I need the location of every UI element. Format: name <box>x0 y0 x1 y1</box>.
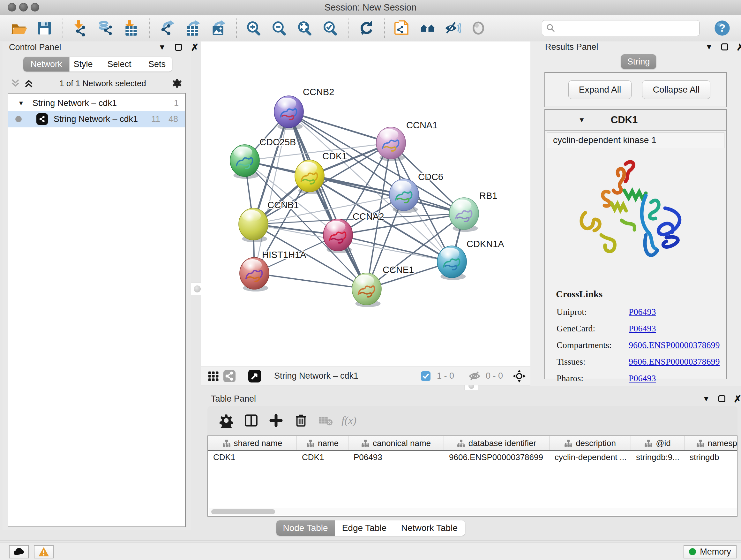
network-node-CDC25B[interactable]: CDC25B <box>230 137 296 179</box>
open-session-button[interactable] <box>9 18 29 38</box>
column-header-4[interactable]: database identifier <box>444 436 549 450</box>
network-node-CCNE1[interactable]: CCNE1 <box>352 265 414 307</box>
table-cell[interactable]: 9606.ENSP00000378699 <box>444 451 549 463</box>
column-header-7[interactable]: namespac <box>684 436 738 450</box>
selected-checkbox-icon[interactable] <box>418 369 434 383</box>
control-panel-title: Control Panel <box>9 43 61 52</box>
table-cell[interactable]: cyclin-dependent ... <box>549 451 631 463</box>
table-hscrollbar-thumb[interactable] <box>211 509 275 514</box>
network-node-CCNA1[interactable]: CCNA1 <box>376 120 437 161</box>
cloud-button[interactable] <box>9 545 29 558</box>
results-tab-string[interactable]: String <box>621 54 656 69</box>
import-network-database-button[interactable] <box>96 18 116 38</box>
tab-style[interactable]: Style <box>70 57 97 71</box>
expand-all-icon[interactable] <box>23 78 35 88</box>
tab-select[interactable]: Select <box>97 57 142 71</box>
network-edge-CCNA2-CDKN1A[interactable] <box>338 235 452 262</box>
table-columns-icon[interactable] <box>242 411 260 430</box>
show-graphics-level-button[interactable] <box>468 18 488 38</box>
panel-float-icon[interactable] <box>175 44 182 51</box>
table-cell[interactable]: P06493 <box>348 451 444 463</box>
network-edge-CCNB2-HIST1H1A[interactable] <box>254 112 289 273</box>
zoom-selected-button[interactable] <box>320 18 340 38</box>
column-header-6[interactable]: @id <box>631 436 684 450</box>
collapse-all-button[interactable]: Collapse All <box>642 80 711 99</box>
export-image-button[interactable] <box>208 18 228 38</box>
table-delete-row-icon[interactable] <box>292 411 310 430</box>
warning-button[interactable] <box>34 545 54 558</box>
network-canvas[interactable]: CCNB2 CCNA1 CDC25B CDK1 CDC6 RB1 CCNB1 <box>201 42 530 367</box>
results-close-icon[interactable]: ✗ <box>737 42 741 53</box>
column-header-1[interactable]: shared name <box>208 436 297 450</box>
save-session-button[interactable] <box>35 18 54 38</box>
string-home-button[interactable] <box>417 18 437 38</box>
network-node-count: 11 <box>151 114 160 124</box>
search-input[interactable] <box>556 21 699 35</box>
network-options-gear-icon[interactable] <box>171 77 183 89</box>
network-row-selected[interactable]: String Network – cdk1 11 48 <box>8 111 185 127</box>
crosslink-link[interactable]: P06493 <box>629 373 656 383</box>
memory-button[interactable]: Memory <box>684 545 737 558</box>
tab-network[interactable]: Network <box>23 57 70 71</box>
column-header-3[interactable]: canonical name <box>348 436 444 450</box>
table-float-icon[interactable] <box>718 395 725 402</box>
export-network-button[interactable] <box>157 18 177 38</box>
network-node-label-HIST1H1A: HIST1H1A <box>262 250 307 260</box>
collapse-all-icon[interactable] <box>10 78 21 88</box>
gene-collapse-caret-icon[interactable]: ▼ <box>578 116 585 124</box>
import-table-file-button[interactable] <box>121 18 141 38</box>
panel-close-icon[interactable]: ✗ <box>191 42 199 53</box>
panel-menu-caret-icon[interactable]: ▼ <box>158 43 166 52</box>
fit-crosshair-icon[interactable] <box>511 369 527 383</box>
share-view-icon[interactable] <box>221 369 238 383</box>
tab-network-table[interactable]: Network Table <box>394 520 465 536</box>
network-edge-HIST1H1A-CCNE1[interactable] <box>254 273 367 289</box>
help-button[interactable]: ? <box>712 18 732 38</box>
collection-count: 1 <box>174 98 179 108</box>
zoom-in-button[interactable] <box>244 18 264 38</box>
zoom-out-button[interactable] <box>269 18 289 38</box>
table-cell[interactable]: CDK1 <box>297 451 348 463</box>
node-table-row[interactable]: CDK1CDK1P064939606.ENSP00000378699cyclin… <box>208 451 738 463</box>
export-table-button[interactable] <box>183 18 202 38</box>
zoom-fit-button[interactable] <box>295 18 315 38</box>
network-node-HIST1H1A[interactable]: HIST1H1A <box>240 250 307 292</box>
results-float-icon[interactable] <box>721 44 728 51</box>
network-edge-CCNB2-CCNE1[interactable] <box>289 112 367 289</box>
network-edge-count: 48 <box>169 114 178 124</box>
table-close-icon[interactable]: ✗ <box>734 393 741 405</box>
crosslink-link[interactable]: P06493 <box>629 323 656 334</box>
network-node-label-CDKN1A: CDKN1A <box>467 239 504 249</box>
table-add-icon[interactable] <box>267 411 285 430</box>
network-collection-row[interactable]: ▼ String Network – cdk1 1 <box>8 96 185 111</box>
refresh-layout-button[interactable] <box>356 18 376 38</box>
grid-view-icon[interactable] <box>205 369 221 383</box>
table-hscrollbar[interactable] <box>209 508 737 515</box>
tab-sets[interactable]: Sets <box>142 57 172 71</box>
collection-expand-caret-icon[interactable]: ▼ <box>18 100 24 107</box>
table-menu-caret-icon[interactable]: ▼ <box>702 394 710 403</box>
crosslink-link[interactable]: 9606.ENSP00000378699 <box>629 340 720 350</box>
tab-edge-table[interactable]: Edge Table <box>335 520 394 536</box>
column-header-5[interactable]: description <box>549 436 631 450</box>
network-node-RB1[interactable]: RB1 <box>449 191 497 232</box>
table-cell[interactable]: stringdb:9... <box>631 451 684 463</box>
crosslink-link[interactable]: P06493 <box>629 307 656 317</box>
gene-section-header[interactable]: ▼ CDK1 <box>545 110 726 131</box>
crosslink-link[interactable]: 9606.ENSP00000378699 <box>629 357 720 367</box>
import-network-file-button[interactable] <box>70 18 90 38</box>
window-title: Session: New Session <box>0 0 741 15</box>
results-menu-caret-icon[interactable]: ▼ <box>705 43 713 51</box>
network-edge-CCNB2-CCNA1[interactable] <box>289 112 391 143</box>
column-header-2[interactable]: name <box>297 436 348 450</box>
birds-eye-view-icon[interactable] <box>247 369 263 383</box>
tab-node-table[interactable]: Node Table <box>276 520 335 536</box>
toolbar-separator <box>149 18 150 38</box>
expand-all-button[interactable]: Expand All <box>568 80 631 99</box>
table-cell[interactable]: CDK1 <box>208 451 297 463</box>
table-cell[interactable]: stringdb <box>684 451 738 463</box>
share-document-button[interactable] <box>392 18 412 38</box>
table-gear-icon[interactable] <box>217 411 235 430</box>
hide-graphics-details-button[interactable] <box>443 18 463 38</box>
network-node-CDKN1A[interactable]: CDKN1A <box>437 239 504 280</box>
